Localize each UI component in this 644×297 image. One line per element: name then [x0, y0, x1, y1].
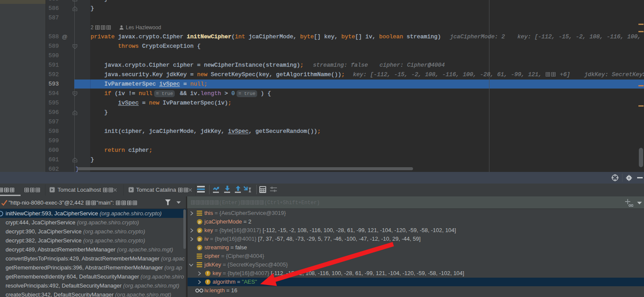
svg-text:p: p [198, 219, 200, 224]
svg-text:f: f [207, 279, 209, 284]
svg-text:f: f [207, 271, 209, 276]
svg-text:p: p [198, 245, 200, 250]
svg-text:p: p [198, 228, 200, 233]
svg-text:p: p [198, 236, 200, 241]
